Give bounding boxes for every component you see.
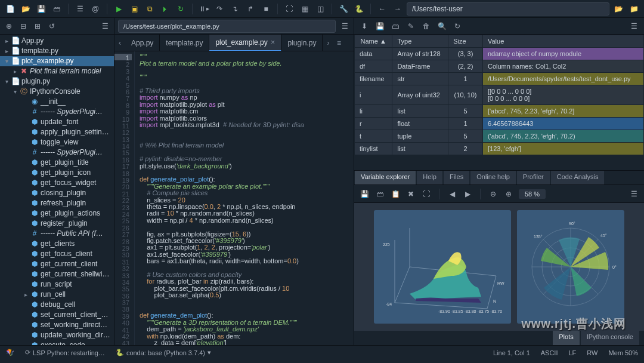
var-header[interactable]: Name ▲: [355, 35, 392, 48]
var-header[interactable]: Type: [392, 35, 448, 48]
code-editor[interactable]: 1234567891011121314151617181920212223242…: [114, 51, 354, 345]
editor-menu-icon[interactable]: ☰: [339, 21, 350, 32]
outline-item[interactable]: ⬢get_clients: [0, 239, 114, 249]
outline-item[interactable]: ▸⬢run_cell: [0, 290, 114, 300]
outline-item[interactable]: ▸✖Plot final terrain model: [0, 66, 114, 76]
outline-item[interactable]: ▸📄App.py: [0, 36, 114, 46]
rw-status[interactable]: RW: [587, 349, 597, 356]
variable-row[interactable]: tinylistlist2[123, 'efgh']: [355, 143, 644, 155]
search-var-icon[interactable]: 🔍: [436, 21, 447, 32]
python-path-icon[interactable]: 🐍: [352, 2, 366, 16]
editor-tab[interactable]: plot_example.py×: [209, 35, 281, 51]
rerun-icon[interactable]: ↻: [174, 2, 187, 16]
right-pane-tab[interactable]: Files: [444, 171, 469, 184]
parent-dir-icon[interactable]: 📁: [627, 2, 640, 16]
outline-item[interactable]: ⬢set_current_client_…: [0, 310, 114, 320]
bottom-pane-tab[interactable]: Plots: [553, 331, 579, 345]
outline-item[interactable]: ⬢apply_plugin_settin…: [0, 127, 114, 137]
outline-item[interactable]: ▾ⒸIPythonConsole: [0, 87, 114, 97]
save-all-icon[interactable]: 🗃: [50, 2, 63, 16]
bottom-pane-tab[interactable]: IPython console: [581, 331, 639, 345]
zoom-out-icon[interactable]: ⊖: [488, 189, 499, 199]
plots-menu-icon[interactable]: ☰: [628, 189, 639, 199]
encoding-status[interactable]: ASCII: [541, 349, 558, 356]
completions-icon[interactable]: 🪁: [6, 349, 14, 356]
expand-icon[interactable]: ⊞: [32, 21, 43, 32]
varexp-menu-icon[interactable]: ☰: [628, 21, 639, 32]
outline-tree[interactable]: ▸📄App.py▸📄template.py▾📄plot_example.py▸✖…: [0, 35, 114, 345]
variable-table[interactable]: Name ▲TypeSizeValuedataArray of str128(3…: [354, 35, 644, 170]
forward-icon[interactable]: →: [391, 2, 404, 16]
close-icon[interactable]: ×: [271, 38, 275, 47]
outline-item[interactable]: ⬢toggle_view: [0, 137, 114, 147]
variable-row[interactable]: dataArray of str128(3, 3)ndarray object …: [355, 48, 644, 60]
editor-path-input[interactable]: [118, 20, 336, 33]
outline-item[interactable]: ⬢update_font: [0, 117, 114, 127]
right-pane-tab[interactable]: Profiler: [517, 171, 550, 184]
memory-status[interactable]: Mem 50%: [608, 349, 638, 356]
prev-plot-icon[interactable]: ◀: [447, 189, 457, 199]
remove-all-icon[interactable]: 🗑: [421, 21, 432, 32]
next-plot-icon[interactable]: ▶: [462, 189, 473, 199]
tabs-list-icon[interactable]: ≡: [333, 39, 344, 47]
step-into-icon[interactable]: ↴: [228, 2, 242, 16]
outline-item[interactable]: ▾📄plugin.py: [0, 76, 114, 87]
save-data-icon[interactable]: 💾: [374, 21, 385, 32]
right-pane-tab[interactable]: Online help: [470, 171, 516, 184]
outline-item[interactable]: ▾📄plot_example.py: [0, 56, 114, 66]
save-all-plots-icon[interactable]: 🗃: [374, 189, 385, 199]
step-out-icon[interactable]: ↱: [244, 2, 257, 16]
outline-item[interactable]: ⬢get_plugin_actions: [0, 208, 114, 219]
back-icon[interactable]: ←: [376, 2, 389, 16]
run-icon[interactable]: ▶: [112, 2, 125, 16]
cursor-position[interactable]: Line 1, Col 1: [493, 349, 530, 356]
save-data-as-icon[interactable]: 🗃: [390, 21, 401, 32]
editor-tab[interactable]: plugin.py: [281, 35, 323, 51]
go-to-cursor-icon[interactable]: ⊕: [4, 21, 14, 32]
remove-var-icon[interactable]: ✎: [405, 21, 416, 32]
stop-debug-icon[interactable]: ■: [259, 2, 273, 16]
working-dir-input[interactable]: [407, 2, 609, 16]
outline-item[interactable]: #------ SpyderPlugi…: [0, 107, 114, 117]
zoom-in-icon[interactable]: ⊕: [503, 189, 514, 199]
outline-item[interactable]: ⬢set_working_direct…: [0, 320, 114, 330]
tabs-next-icon[interactable]: ›: [323, 39, 333, 47]
remove-all-plots-icon[interactable]: ⛶: [421, 189, 432, 199]
outline-item[interactable]: ⬢register_plugin: [0, 219, 114, 229]
variable-row[interactable]: rfloat16.46567886443: [355, 118, 644, 130]
outline-menu-icon[interactable]: ☰: [100, 21, 110, 32]
var-header[interactable]: Size: [448, 35, 483, 48]
variable-row[interactable]: filenamestr1/Users/Documents/spyder/test…: [355, 73, 644, 85]
env-status[interactable]: 🐍 conda: base (Python 3.7.4) ▾: [116, 349, 211, 356]
outline-item[interactable]: #------ Public API (f…: [0, 229, 114, 239]
editor-tab[interactable]: App.py: [125, 35, 160, 51]
right-pane-tab[interactable]: Help: [417, 171, 442, 184]
tabs-prev-icon[interactable]: ‹: [114, 39, 125, 47]
preferences-icon[interactable]: 🔧: [337, 2, 350, 16]
variable-row[interactable]: ttuple5('abcd', 745, 2.23, 'efgh', 70.2): [355, 130, 644, 143]
layout-icon[interactable]: ◫: [314, 2, 327, 16]
outline-item[interactable]: ▸📄template.py: [0, 46, 114, 56]
outline-toggle-icon[interactable]: ☰: [73, 2, 86, 16]
browse-dir-icon[interactable]: 📂: [612, 2, 625, 16]
collapse-icon[interactable]: ⊟: [18, 21, 29, 32]
right-pane-tab[interactable]: Code Analysis: [551, 171, 605, 184]
variable-row[interactable]: dfDataFrame(2, 2)Column names: Col1, Col…: [355, 60, 644, 73]
lsp-status[interactable]: ⟳ LSP Python: restarting…: [25, 349, 105, 356]
outline-item[interactable]: ⬢get_plugin_title: [0, 158, 114, 168]
open-icon[interactable]: 📂: [19, 2, 32, 16]
outline-item[interactable]: ⬢get_current_shellwi…: [0, 269, 114, 279]
outline-item[interactable]: ⬢refresh_plugin: [0, 198, 114, 208]
run-selection-icon[interactable]: ⏵: [159, 2, 172, 16]
outline-item[interactable]: #------ SpyderPlugi…: [0, 147, 114, 158]
outline-item[interactable]: ◉__init__: [0, 97, 114, 107]
outline-item[interactable]: ⬢get_current_client: [0, 259, 114, 269]
copy-plot-icon[interactable]: 📋: [390, 189, 401, 199]
outline-item[interactable]: ⬢debug_cell: [0, 300, 114, 310]
var-header[interactable]: Value: [482, 35, 643, 48]
save-icon[interactable]: 💾: [35, 2, 48, 16]
step-over-icon[interactable]: ↷: [213, 2, 226, 16]
outline-item[interactable]: ⬢update_working_dir…: [0, 330, 114, 340]
eol-status[interactable]: LF: [568, 349, 576, 356]
outline-item[interactable]: ⬢closing_plugin: [0, 188, 114, 198]
